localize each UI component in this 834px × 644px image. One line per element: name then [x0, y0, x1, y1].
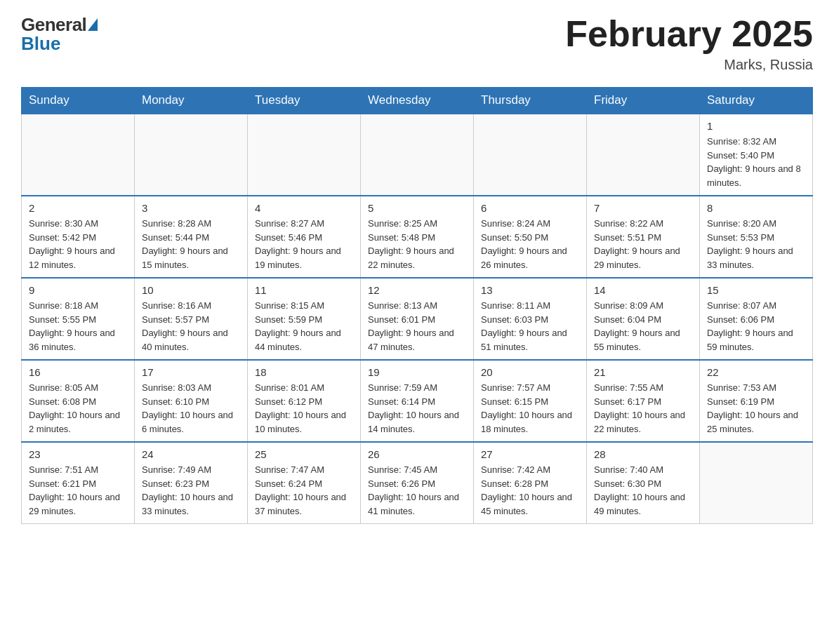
day-number: 21	[594, 366, 692, 378]
calendar-week-row: 1Sunrise: 8:32 AMSunset: 5:40 PMDaylight…	[22, 114, 813, 196]
day-info: Sunrise: 8:20 AMSunset: 5:53 PMDaylight:…	[707, 217, 805, 271]
day-number: 24	[142, 448, 240, 460]
day-number: 1	[707, 120, 805, 132]
calendar-cell: 24Sunrise: 7:49 AMSunset: 6:23 PMDayligh…	[135, 442, 248, 524]
calendar-cell: 16Sunrise: 8:05 AMSunset: 6:08 PMDayligh…	[22, 360, 135, 442]
calendar-cell: 4Sunrise: 8:27 AMSunset: 5:46 PMDaylight…	[248, 196, 361, 278]
day-info: Sunrise: 7:55 AMSunset: 6:17 PMDaylight:…	[594, 381, 692, 436]
day-number: 16	[29, 366, 127, 378]
day-number: 11	[255, 284, 353, 296]
calendar-cell: 12Sunrise: 8:13 AMSunset: 6:01 PMDayligh…	[361, 278, 474, 360]
month-title: February 2025	[565, 14, 813, 54]
calendar-cell: 11Sunrise: 8:15 AMSunset: 5:59 PMDayligh…	[248, 278, 361, 360]
day-info: Sunrise: 7:49 AMSunset: 6:23 PMDaylight:…	[142, 463, 240, 518]
calendar-table: SundayMondayTuesdayWednesdayThursdayFrid…	[21, 87, 813, 524]
calendar-cell: 15Sunrise: 8:07 AMSunset: 6:06 PMDayligh…	[700, 278, 813, 360]
day-info: Sunrise: 7:47 AMSunset: 6:24 PMDaylight:…	[255, 463, 353, 518]
calendar-cell: 26Sunrise: 7:45 AMSunset: 6:26 PMDayligh…	[361, 442, 474, 524]
day-number: 27	[481, 448, 579, 460]
title-area: February 2025 Marks, Russia	[565, 14, 813, 73]
day-info: Sunrise: 8:24 AMSunset: 5:50 PMDaylight:…	[481, 217, 579, 271]
calendar-cell: 13Sunrise: 8:11 AMSunset: 6:03 PMDayligh…	[474, 278, 587, 360]
day-number: 13	[481, 284, 579, 296]
day-number: 15	[707, 284, 805, 296]
calendar-cell	[22, 114, 135, 196]
day-number: 9	[29, 284, 127, 296]
calendar-cell: 7Sunrise: 8:22 AMSunset: 5:51 PMDaylight…	[587, 196, 700, 278]
day-info: Sunrise: 7:40 AMSunset: 6:30 PMDaylight:…	[594, 463, 692, 518]
day-info: Sunrise: 8:30 AMSunset: 5:42 PMDaylight:…	[29, 217, 127, 271]
day-info: Sunrise: 7:51 AMSunset: 6:21 PMDaylight:…	[29, 463, 127, 518]
calendar-cell: 21Sunrise: 7:55 AMSunset: 6:17 PMDayligh…	[587, 360, 700, 442]
calendar-cell: 5Sunrise: 8:25 AMSunset: 5:48 PMDaylight…	[361, 196, 474, 278]
calendar-week-row: 23Sunrise: 7:51 AMSunset: 6:21 PMDayligh…	[22, 442, 813, 524]
day-number: 10	[142, 284, 240, 296]
calendar-week-row: 2Sunrise: 8:30 AMSunset: 5:42 PMDaylight…	[22, 196, 813, 278]
calendar-cell: 18Sunrise: 8:01 AMSunset: 6:12 PMDayligh…	[248, 360, 361, 442]
calendar-cell: 14Sunrise: 8:09 AMSunset: 6:04 PMDayligh…	[587, 278, 700, 360]
day-of-week-header: Tuesday	[248, 88, 361, 114]
day-info: Sunrise: 7:53 AMSunset: 6:19 PMDaylight:…	[707, 381, 805, 436]
day-info: Sunrise: 8:15 AMSunset: 5:59 PMDaylight:…	[255, 299, 353, 354]
day-info: Sunrise: 8:05 AMSunset: 6:08 PMDaylight:…	[29, 381, 127, 436]
day-number: 19	[368, 366, 466, 378]
calendar-cell	[700, 442, 813, 524]
location-label: Marks, Russia	[565, 57, 813, 73]
day-number: 3	[142, 202, 240, 214]
day-number: 12	[368, 284, 466, 296]
calendar-cell	[248, 114, 361, 196]
calendar-cell: 2Sunrise: 8:30 AMSunset: 5:42 PMDaylight…	[22, 196, 135, 278]
page-header: General Blue February 2025 Marks, Russia	[21, 14, 813, 73]
calendar-cell: 19Sunrise: 7:59 AMSunset: 6:14 PMDayligh…	[361, 360, 474, 442]
day-info: Sunrise: 8:18 AMSunset: 5:55 PMDaylight:…	[29, 299, 127, 354]
day-number: 25	[255, 448, 353, 460]
day-info: Sunrise: 7:45 AMSunset: 6:26 PMDaylight:…	[368, 463, 466, 518]
day-number: 8	[707, 202, 805, 214]
day-number: 6	[481, 202, 579, 214]
calendar-week-row: 16Sunrise: 8:05 AMSunset: 6:08 PMDayligh…	[22, 360, 813, 442]
calendar-cell: 23Sunrise: 7:51 AMSunset: 6:21 PMDayligh…	[22, 442, 135, 524]
calendar-cell: 25Sunrise: 7:47 AMSunset: 6:24 PMDayligh…	[248, 442, 361, 524]
day-info: Sunrise: 8:16 AMSunset: 5:57 PMDaylight:…	[142, 299, 240, 354]
day-info: Sunrise: 8:25 AMSunset: 5:48 PMDaylight:…	[368, 217, 466, 271]
calendar-cell: 1Sunrise: 8:32 AMSunset: 5:40 PMDaylight…	[700, 114, 813, 196]
day-of-week-header: Thursday	[474, 88, 587, 114]
day-info: Sunrise: 8:13 AMSunset: 6:01 PMDaylight:…	[368, 299, 466, 354]
calendar-cell: 20Sunrise: 7:57 AMSunset: 6:15 PMDayligh…	[474, 360, 587, 442]
day-number: 14	[594, 284, 692, 296]
logo-blue-text: Blue	[21, 33, 60, 55]
day-number: 5	[368, 202, 466, 214]
day-info: Sunrise: 8:32 AMSunset: 5:40 PMDaylight:…	[707, 135, 805, 189]
calendar-cell: 27Sunrise: 7:42 AMSunset: 6:28 PMDayligh…	[474, 442, 587, 524]
calendar-cell: 8Sunrise: 8:20 AMSunset: 5:53 PMDaylight…	[700, 196, 813, 278]
calendar-cell	[587, 114, 700, 196]
day-info: Sunrise: 8:09 AMSunset: 6:04 PMDaylight:…	[594, 299, 692, 354]
calendar-cell: 3Sunrise: 8:28 AMSunset: 5:44 PMDaylight…	[135, 196, 248, 278]
calendar-header-row: SundayMondayTuesdayWednesdayThursdayFrid…	[22, 88, 813, 114]
day-info: Sunrise: 7:57 AMSunset: 6:15 PMDaylight:…	[481, 381, 579, 436]
day-of-week-header: Saturday	[700, 88, 813, 114]
day-info: Sunrise: 7:42 AMSunset: 6:28 PMDaylight:…	[481, 463, 579, 518]
day-number: 20	[481, 366, 579, 378]
day-info: Sunrise: 7:59 AMSunset: 6:14 PMDaylight:…	[368, 381, 466, 436]
day-number: 22	[707, 366, 805, 378]
calendar-cell: 17Sunrise: 8:03 AMSunset: 6:10 PMDayligh…	[135, 360, 248, 442]
day-info: Sunrise: 8:07 AMSunset: 6:06 PMDaylight:…	[707, 299, 805, 354]
day-number: 26	[368, 448, 466, 460]
calendar-cell: 28Sunrise: 7:40 AMSunset: 6:30 PMDayligh…	[587, 442, 700, 524]
day-info: Sunrise: 8:01 AMSunset: 6:12 PMDaylight:…	[255, 381, 353, 436]
day-number: 7	[594, 202, 692, 214]
calendar-week-row: 9Sunrise: 8:18 AMSunset: 5:55 PMDaylight…	[22, 278, 813, 360]
calendar-cell: 9Sunrise: 8:18 AMSunset: 5:55 PMDaylight…	[22, 278, 135, 360]
day-info: Sunrise: 8:03 AMSunset: 6:10 PMDaylight:…	[142, 381, 240, 436]
day-of-week-header: Wednesday	[361, 88, 474, 114]
calendar-cell: 10Sunrise: 8:16 AMSunset: 5:57 PMDayligh…	[135, 278, 248, 360]
day-of-week-header: Monday	[135, 88, 248, 114]
day-number: 28	[594, 448, 692, 460]
calendar-cell	[361, 114, 474, 196]
day-number: 2	[29, 202, 127, 214]
calendar-cell: 6Sunrise: 8:24 AMSunset: 5:50 PMDaylight…	[474, 196, 587, 278]
day-info: Sunrise: 8:11 AMSunset: 6:03 PMDaylight:…	[481, 299, 579, 354]
day-info: Sunrise: 8:27 AMSunset: 5:46 PMDaylight:…	[255, 217, 353, 271]
day-number: 17	[142, 366, 240, 378]
